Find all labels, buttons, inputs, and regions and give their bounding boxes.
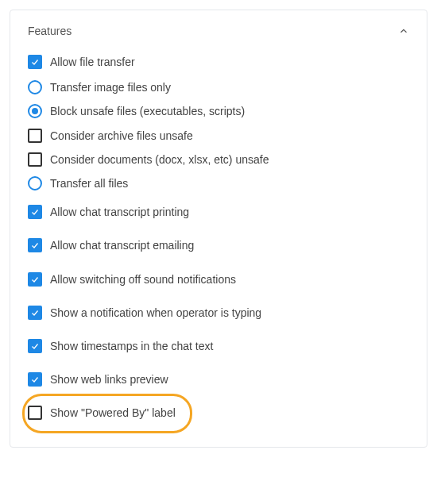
panel-header[interactable]: Features: [28, 25, 409, 37]
row-transcript-print[interactable]: Allow chat transcript printing: [28, 195, 409, 229]
row-block-unsafe[interactable]: Block unsafe files (executables, scripts…: [28, 99, 409, 123]
row-archive-unsafe[interactable]: Consider archive files unsafe: [28, 124, 409, 148]
row-documents-unsafe[interactable]: Consider documents (docx, xlsx, etc) uns…: [28, 148, 409, 171]
checkbox-powered-by[interactable]: [28, 406, 42, 420]
chevron-up-icon: [398, 25, 409, 37]
row-transfer-all[interactable]: Transfer all files: [28, 171, 409, 195]
label-allow-file-transfer: Allow file transfer: [50, 55, 135, 69]
radio-transfer-all[interactable]: [28, 176, 42, 190]
label-typing-notification: Show a notification when operator is typ…: [50, 306, 261, 320]
checkbox-allow-file-transfer[interactable]: [28, 55, 42, 69]
label-powered-by: Show "Powered By" label: [50, 406, 176, 420]
checkbox-show-timestamps[interactable]: [28, 339, 42, 353]
label-documents-unsafe: Consider documents (docx, xlsx, etc) uns…: [50, 152, 269, 167]
label-transfer-image-only: Transfer image files only: [50, 80, 171, 94]
checkbox-sound-off[interactable]: [28, 272, 42, 287]
panel-title: Features: [28, 25, 72, 37]
checkbox-web-links-preview[interactable]: [28, 372, 42, 387]
checkbox-archive-unsafe[interactable]: [28, 129, 42, 143]
row-typing-notification[interactable]: Show a notification when operator is typ…: [28, 296, 409, 329]
row-sound-off[interactable]: Allow switching off sound notifications: [28, 263, 409, 296]
label-transcript-print: Allow chat transcript printing: [50, 205, 189, 219]
label-sound-off: Allow switching off sound notifications: [50, 272, 236, 287]
label-show-timestamps: Show timestamps in the chat text: [50, 339, 213, 353]
label-web-links-preview: Show web links preview: [50, 372, 168, 387]
row-transcript-email[interactable]: Allow chat transcript emailing: [28, 229, 409, 262]
radio-block-unsafe[interactable]: [28, 104, 42, 118]
radio-transfer-image-only[interactable]: [28, 80, 42, 94]
row-show-timestamps[interactable]: Show timestamps in the chat text: [28, 329, 409, 363]
label-archive-unsafe: Consider archive files unsafe: [50, 129, 193, 143]
checkbox-typing-notification[interactable]: [28, 306, 42, 320]
label-block-unsafe: Block unsafe files (executables, scripts…: [50, 104, 245, 118]
row-allow-file-transfer[interactable]: Allow file transfer: [28, 48, 409, 75]
features-panel: Features Allow file transfer Transfer im…: [10, 10, 427, 448]
row-transfer-image-only[interactable]: Transfer image files only: [28, 75, 409, 99]
checkbox-documents-unsafe[interactable]: [28, 152, 42, 167]
checkbox-transcript-print[interactable]: [28, 205, 42, 219]
label-transcript-email: Allow chat transcript emailing: [50, 238, 194, 252]
row-powered-by[interactable]: Show "Powered By" label: [28, 396, 409, 429]
row-web-links-preview[interactable]: Show web links preview: [28, 363, 409, 396]
checkbox-transcript-email[interactable]: [28, 238, 42, 252]
label-transfer-all: Transfer all files: [50, 176, 128, 190]
